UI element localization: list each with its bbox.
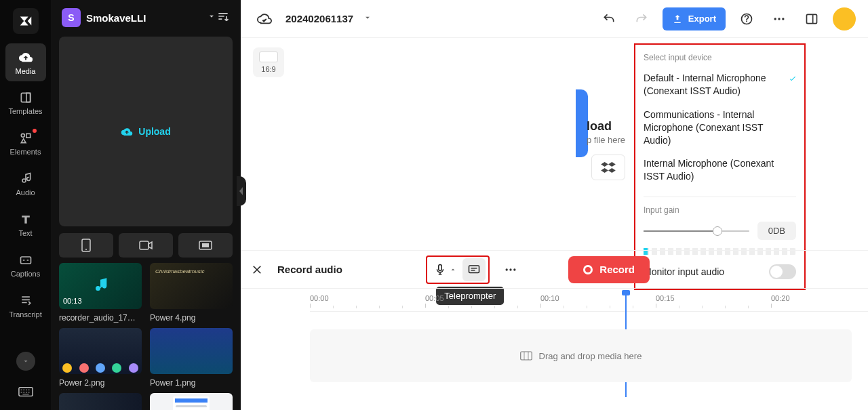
- media-item[interactable]: Power 3.png: [59, 393, 142, 410]
- camera-button[interactable]: [119, 233, 173, 258]
- user-name[interactable]: SmokaveLLI: [86, 12, 203, 24]
- redo-button[interactable]: [630, 7, 653, 30]
- media-item[interactable]: Screenshot_20240…: [150, 393, 233, 410]
- device-option-internal[interactable]: Internal Microphone (Conexant ISST Audio…: [644, 155, 796, 191]
- aspect-ratio-chip[interactable]: 16:9: [253, 47, 284, 77]
- aspect-thumbnail: [259, 52, 278, 62]
- keyboard-icon: [18, 386, 33, 397]
- timeline-dropzone[interactable]: Drag and drop media here: [310, 329, 852, 382]
- record-title: Record audio: [277, 264, 342, 275]
- app-logo[interactable]: [13, 8, 39, 34]
- account-avatar[interactable]: [833, 7, 856, 30]
- upload-zone-title: load: [587, 119, 625, 134]
- nav-label: Transcript: [9, 310, 42, 319]
- nav-elements[interactable]: Elements: [5, 125, 46, 163]
- chevron-down-icon: [207, 12, 216, 21]
- svg-rect-17: [469, 266, 479, 273]
- chevron-down-icon: [22, 357, 30, 365]
- svg-rect-15: [807, 14, 817, 23]
- thumbnail: Christmasbeatmusic: [150, 263, 233, 309]
- dots-icon: [504, 263, 517, 276]
- upload-button[interactable]: Upload: [59, 37, 233, 226]
- media-item[interactable]: Power 2.png: [59, 328, 142, 388]
- aspect-label: 16:9: [261, 65, 275, 73]
- dots-icon: [772, 12, 786, 26]
- upload-zone-subtitle: p file here: [587, 135, 625, 145]
- thumbnail: 00:13: [59, 263, 142, 309]
- mic-dropdown-button[interactable]: [430, 260, 461, 279]
- elements-icon: [19, 131, 33, 145]
- record-bar: Record audio Teleprompter Record: [241, 250, 868, 288]
- media-item[interactable]: 00:13recorder_audio_17…: [59, 263, 142, 323]
- svg-rect-8: [140, 241, 149, 249]
- audio-icon: [19, 172, 33, 186]
- svg-point-20: [513, 268, 515, 270]
- sort-button[interactable]: [216, 9, 230, 26]
- thumbnail: [59, 393, 142, 410]
- close-icon: [251, 264, 263, 276]
- undo-button[interactable]: [597, 7, 620, 30]
- close-button[interactable]: [246, 259, 268, 281]
- nav-transcript[interactable]: Transcript: [5, 287, 46, 325]
- record-more-button[interactable]: [499, 258, 522, 281]
- timeline-tick: 00:10: [540, 294, 559, 302]
- timeline: 00:0000:0500:1000:1500:20 Drag and drop …: [241, 288, 868, 410]
- templates-icon: [19, 91, 33, 104]
- badge-icon: [33, 129, 37, 133]
- chevron-up-icon: [449, 266, 457, 274]
- chevron-down-icon: [363, 13, 372, 22]
- media-item[interactable]: ChristmasbeatmusicPower 4.png: [150, 263, 233, 323]
- timeline-ruler[interactable]: 00:0000:0500:1000:1500:20: [310, 294, 868, 312]
- camera-icon: [139, 241, 153, 250]
- nav-media[interactable]: Media: [5, 43, 46, 81]
- capcut-icon: [18, 14, 33, 28]
- nav-captions[interactable]: Captions: [5, 247, 46, 285]
- svg-rect-10: [202, 243, 209, 247]
- record-button[interactable]: Record: [568, 256, 650, 283]
- user-avatar[interactable]: S: [62, 8, 81, 27]
- nav-more-button[interactable]: [16, 352, 35, 371]
- media-item[interactable]: Power 1.png: [150, 328, 233, 388]
- export-button[interactable]: Export: [663, 7, 726, 30]
- svg-point-13: [778, 18, 780, 20]
- user-dropdown[interactable]: [207, 12, 216, 24]
- phone-icon: [81, 239, 91, 252]
- dropbox-icon: [601, 161, 616, 173]
- svg-point-7: [85, 249, 87, 250]
- input-gain-slider[interactable]: [644, 230, 749, 232]
- media-label: Power 1.png: [150, 378, 233, 388]
- timeline-tick: 00:20: [771, 294, 790, 302]
- project-title[interactable]: 202402061137: [285, 13, 353, 24]
- screen-button[interactable]: [178, 233, 233, 258]
- upload-zone-partial: load p file here: [587, 119, 625, 145]
- more-button[interactable]: [768, 7, 791, 30]
- dropbox-button[interactable]: [591, 155, 625, 180]
- nav-templates[interactable]: Templates: [5, 84, 46, 122]
- sort-icon: [216, 9, 230, 23]
- input-gain-value: 0DB: [757, 222, 796, 240]
- text-icon: [19, 213, 33, 226]
- thumbnail: [150, 328, 233, 374]
- teleprompter-button[interactable]: [462, 258, 486, 281]
- panel-icon: [805, 12, 818, 26]
- media-sidebar: S SmokaveLLI Upload 00:13recorder_audio_…: [51, 0, 241, 410]
- timeline-tick: 00:15: [656, 294, 675, 302]
- main: 202402061137 Export 16:9 load p file her…: [241, 0, 868, 410]
- device-option-comm[interactable]: Communications - Internal Microphone (Co…: [644, 106, 796, 155]
- svg-rect-3: [26, 134, 30, 138]
- timeline-tick: 00:00: [310, 294, 329, 302]
- cloud-sync-button[interactable]: [253, 7, 276, 30]
- help-button[interactable]: [735, 7, 758, 30]
- nav-audio[interactable]: Audio: [5, 165, 46, 203]
- keyboard-button[interactable]: [12, 382, 39, 402]
- record-dot-icon: [583, 265, 593, 274]
- thumbnail: [150, 393, 233, 410]
- panel-toggle-button[interactable]: [800, 7, 823, 30]
- project-dropdown[interactable]: [363, 13, 372, 25]
- phone-button[interactable]: [59, 233, 113, 258]
- input-gain-row: 0DB: [644, 222, 796, 240]
- thumbnail: [59, 328, 142, 374]
- cloud-upload-icon: [18, 49, 33, 64]
- nav-text[interactable]: Text: [5, 206, 46, 244]
- device-option-default[interactable]: Default - Internal Microphone (Conexant …: [644, 69, 796, 106]
